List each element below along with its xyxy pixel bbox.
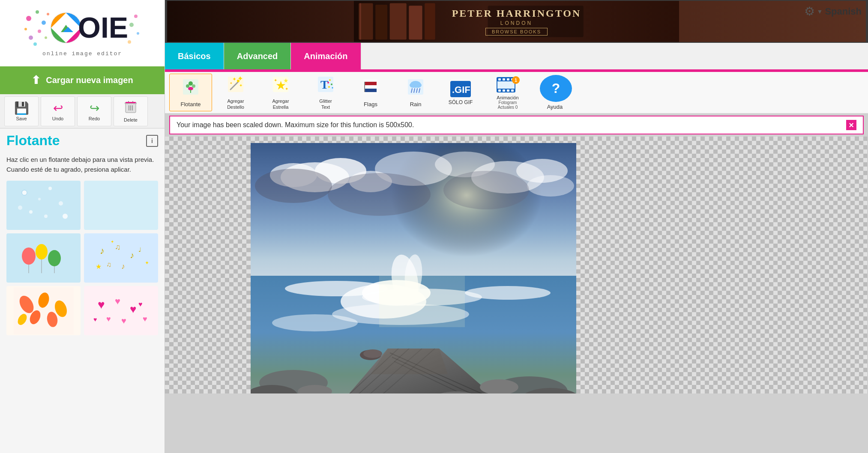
- language-selector[interactable]: ⚙ ▼ Spanish: [804, 4, 862, 18]
- save-label: Save: [16, 116, 27, 121]
- main-area: Peter Harrington London Browse Books ⚙ ▼…: [165, 0, 868, 453]
- svg-rect-71: [375, 5, 387, 39]
- sticker-bubbles-svg: [14, 182, 74, 229]
- svg-text:✦: ✦: [237, 75, 243, 82]
- svg-point-138: [527, 175, 574, 197]
- svg-text:♥: ♥: [106, 315, 111, 323]
- upload-button[interactable]: ⬆ Cargar nueva imagen: [0, 66, 165, 94]
- sticker-item-plain[interactable]: [84, 181, 158, 230]
- glitter-text-icon: T: [316, 75, 335, 98]
- undo-icon: ↩: [53, 101, 63, 115]
- svg-point-29: [29, 210, 33, 214]
- svg-text:✦: ✦: [285, 86, 288, 91]
- svg-text:♥: ♥: [93, 316, 97, 323]
- svg-rect-118: [503, 78, 505, 80]
- canvas-image: [251, 143, 576, 393]
- upload-label: Cargar nueva imagen: [46, 75, 133, 85]
- tool-ayuda[interactable]: ? Ayuda: [533, 74, 576, 111]
- sticker-plain-svg: [91, 182, 151, 229]
- tool-agregar-estrella[interactable]: ★ ★ ✦ ✦ AgregarEstrella: [259, 74, 302, 111]
- canvas-area[interactable]: [165, 137, 868, 393]
- svg-point-79: [192, 84, 195, 88]
- svg-point-145: [465, 286, 551, 300]
- tab-bar: Básicos Advanced Animación: [165, 43, 868, 71]
- sticker-item-hearts[interactable]: ♥ ♥ ♥ ♥ ♥ ♥ ♥ ♥: [84, 286, 158, 335]
- svg-point-1: [36, 10, 39, 14]
- svg-rect-121: [498, 89, 501, 92]
- delete-label: Delete: [124, 117, 138, 122]
- svg-point-109: [415, 83, 422, 88]
- svg-point-9: [134, 15, 138, 18]
- svg-text:✦: ✦: [111, 239, 114, 244]
- redo-button[interactable]: ↪ Redo: [77, 96, 111, 126]
- svg-rect-105: [364, 82, 365, 92]
- sticker-item-bubbles[interactable]: [6, 181, 81, 230]
- warning-close-button[interactable]: ×: [846, 120, 856, 130]
- solo-gif-icon: .GIF: [449, 80, 472, 99]
- sticker-item-balloons[interactable]: [6, 233, 81, 283]
- frames-label-fotogram: Fotogram: [499, 100, 517, 105]
- svg-rect-34: [91, 182, 151, 229]
- rain-icon: [406, 77, 425, 100]
- ad-title: Peter Harrington: [452, 8, 581, 19]
- flotante-icon: [181, 77, 200, 100]
- tool-glitter-text[interactable]: T GlitterText: [304, 74, 347, 111]
- ad-location: London: [452, 20, 581, 26]
- tool-flags[interactable]: Flags: [349, 74, 392, 111]
- animation-toolbar: Flotante ✦ ✦ ✦ ✦ AgregarDestello: [165, 71, 868, 113]
- tab-basicos-label: Básicos: [178, 51, 211, 61]
- logo-area: OIE online image editor: [0, 0, 165, 66]
- svg-point-27: [48, 187, 52, 190]
- warning-text: Your image has been scaled down. Maximum…: [177, 121, 414, 129]
- svg-rect-122: [503, 89, 505, 92]
- tool-flotante[interactable]: Flotante: [169, 74, 212, 111]
- tool-agregar-destello[interactable]: ✦ ✦ ✦ ✦ AgregarDestello: [214, 74, 257, 111]
- tool-solo-gif[interactable]: .GIF SÓLO GIF: [439, 74, 482, 111]
- ad-cta[interactable]: Browse Books: [485, 28, 548, 36]
- svg-point-8: [45, 36, 47, 39]
- delete-button[interactable]: Delete: [114, 96, 148, 126]
- svg-text:✦: ✦: [232, 76, 236, 82]
- svg-point-38: [36, 244, 48, 259]
- svg-text:♥: ♥: [130, 303, 136, 316]
- undo-button[interactable]: ↩ Undo: [41, 96, 75, 126]
- sticker-item-notes[interactable]: ♪ ♫ ♪ ♫ ♩ ♪ ★ ✦ ✦: [84, 233, 158, 283]
- info-button[interactable]: i: [146, 135, 158, 147]
- save-button[interactable]: 💾 Save: [4, 96, 39, 126]
- panel-description: Haz clic en un flotante debajo para una …: [0, 153, 165, 181]
- ad-content[interactable]: Peter Harrington London Browse Books: [371, 2, 662, 41]
- svg-text:♫: ♫: [115, 243, 121, 251]
- tab-advanced[interactable]: Advanced: [224, 43, 291, 69]
- sticker-leaves-svg: [14, 287, 74, 334]
- svg-text:★: ★: [96, 263, 102, 270]
- svg-point-32: [44, 215, 48, 218]
- svg-point-36: [22, 247, 36, 265]
- tab-basicos[interactable]: Básicos: [165, 43, 224, 69]
- ad-banner: Peter Harrington London Browse Books ⚙ ▼…: [165, 0, 868, 43]
- destello-label: AgregarDestello: [227, 98, 244, 110]
- svg-point-40: [48, 250, 61, 266]
- svg-text:✦: ✦: [145, 260, 149, 266]
- svg-text:♥: ♥: [143, 315, 147, 323]
- flags-label: Flags: [364, 101, 377, 107]
- logo-text-main: OIE: [78, 13, 128, 42]
- svg-text:♪: ♪: [130, 250, 134, 260]
- help-circle[interactable]: ?: [540, 75, 572, 102]
- svg-rect-104: [365, 89, 377, 92]
- save-icon: 💾: [14, 101, 29, 115]
- tab-animacion[interactable]: Animación: [291, 43, 361, 69]
- sticker-item-leaves[interactable]: [6, 286, 81, 335]
- flotante-label: Flotante: [181, 101, 201, 107]
- svg-rect-125: [497, 81, 515, 89]
- svg-point-77: [189, 81, 193, 86]
- tool-animacion-frames[interactable]: 1 Animación Fotogram Actuales 0: [484, 74, 531, 111]
- panel-title: Flotante: [6, 133, 60, 149]
- tab-animacion-label: Animación: [304, 51, 347, 61]
- svg-text:♥: ♥: [121, 316, 126, 325]
- logo-subtitle: online image editor: [22, 51, 142, 57]
- flags-icon: [361, 77, 380, 100]
- tab-advanced-label: Advanced: [237, 51, 278, 61]
- upload-icon: ⬆: [31, 74, 41, 87]
- svg-text:♫: ♫: [106, 261, 111, 268]
- tool-rain[interactable]: Rain: [394, 74, 437, 111]
